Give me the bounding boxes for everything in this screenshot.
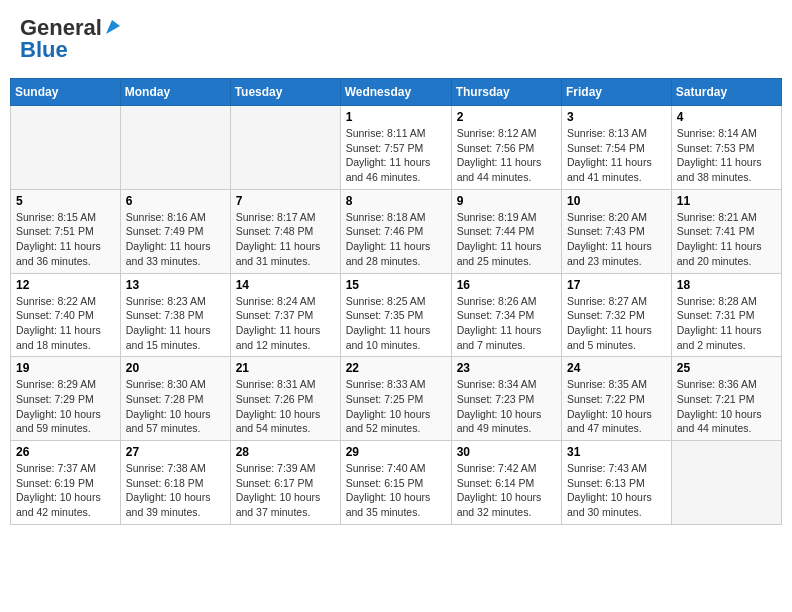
day-number: 8 xyxy=(346,194,446,208)
day-number: 21 xyxy=(236,361,335,375)
day-info: Sunrise: 7:40 AM Sunset: 6:15 PM Dayligh… xyxy=(346,461,446,520)
calendar-cell: 30Sunrise: 7:42 AM Sunset: 6:14 PM Dayli… xyxy=(451,441,561,525)
day-number: 27 xyxy=(126,445,225,459)
day-info: Sunrise: 8:23 AM Sunset: 7:38 PM Dayligh… xyxy=(126,294,225,353)
day-info: Sunrise: 8:21 AM Sunset: 7:41 PM Dayligh… xyxy=(677,210,776,269)
day-info: Sunrise: 8:27 AM Sunset: 7:32 PM Dayligh… xyxy=(567,294,666,353)
day-info: Sunrise: 7:42 AM Sunset: 6:14 PM Dayligh… xyxy=(457,461,556,520)
calendar-cell: 28Sunrise: 7:39 AM Sunset: 6:17 PM Dayli… xyxy=(230,441,340,525)
calendar-table: SundayMondayTuesdayWednesdayThursdayFrid… xyxy=(10,78,782,525)
day-info: Sunrise: 8:29 AM Sunset: 7:29 PM Dayligh… xyxy=(16,377,115,436)
day-info: Sunrise: 8:20 AM Sunset: 7:43 PM Dayligh… xyxy=(567,210,666,269)
day-info: Sunrise: 8:13 AM Sunset: 7:54 PM Dayligh… xyxy=(567,126,666,185)
logo-blue: Blue xyxy=(20,37,68,63)
day-info: Sunrise: 8:30 AM Sunset: 7:28 PM Dayligh… xyxy=(126,377,225,436)
weekday-header-friday: Friday xyxy=(562,79,672,106)
day-info: Sunrise: 8:34 AM Sunset: 7:23 PM Dayligh… xyxy=(457,377,556,436)
day-number: 16 xyxy=(457,278,556,292)
weekday-header-thursday: Thursday xyxy=(451,79,561,106)
day-number: 29 xyxy=(346,445,446,459)
calendar-cell: 3Sunrise: 8:13 AM Sunset: 7:54 PM Daylig… xyxy=(562,106,672,190)
weekday-header-sunday: Sunday xyxy=(11,79,121,106)
calendar-cell: 15Sunrise: 8:25 AM Sunset: 7:35 PM Dayli… xyxy=(340,273,451,357)
svg-marker-0 xyxy=(106,20,120,34)
calendar-cell: 23Sunrise: 8:34 AM Sunset: 7:23 PM Dayli… xyxy=(451,357,561,441)
day-info: Sunrise: 7:37 AM Sunset: 6:19 PM Dayligh… xyxy=(16,461,115,520)
day-number: 18 xyxy=(677,278,776,292)
day-info: Sunrise: 8:36 AM Sunset: 7:21 PM Dayligh… xyxy=(677,377,776,436)
day-number: 7 xyxy=(236,194,335,208)
day-info: Sunrise: 8:26 AM Sunset: 7:34 PM Dayligh… xyxy=(457,294,556,353)
calendar-cell: 14Sunrise: 8:24 AM Sunset: 7:37 PM Dayli… xyxy=(230,273,340,357)
day-number: 13 xyxy=(126,278,225,292)
calendar-cell xyxy=(230,106,340,190)
day-info: Sunrise: 8:12 AM Sunset: 7:56 PM Dayligh… xyxy=(457,126,556,185)
day-number: 9 xyxy=(457,194,556,208)
day-number: 2 xyxy=(457,110,556,124)
calendar-cell: 9Sunrise: 8:19 AM Sunset: 7:44 PM Daylig… xyxy=(451,189,561,273)
calendar-cell: 11Sunrise: 8:21 AM Sunset: 7:41 PM Dayli… xyxy=(671,189,781,273)
calendar-week-4: 19Sunrise: 8:29 AM Sunset: 7:29 PM Dayli… xyxy=(11,357,782,441)
logo-arrow-icon xyxy=(104,18,122,40)
calendar-cell: 18Sunrise: 8:28 AM Sunset: 7:31 PM Dayli… xyxy=(671,273,781,357)
calendar-cell: 26Sunrise: 7:37 AM Sunset: 6:19 PM Dayli… xyxy=(11,441,121,525)
day-number: 24 xyxy=(567,361,666,375)
page-header: General Blue xyxy=(10,10,782,68)
calendar-cell xyxy=(671,441,781,525)
weekday-header-monday: Monday xyxy=(120,79,230,106)
calendar-cell: 7Sunrise: 8:17 AM Sunset: 7:48 PM Daylig… xyxy=(230,189,340,273)
day-info: Sunrise: 8:11 AM Sunset: 7:57 PM Dayligh… xyxy=(346,126,446,185)
weekday-header-tuesday: Tuesday xyxy=(230,79,340,106)
calendar-cell: 25Sunrise: 8:36 AM Sunset: 7:21 PM Dayli… xyxy=(671,357,781,441)
calendar-cell: 20Sunrise: 8:30 AM Sunset: 7:28 PM Dayli… xyxy=(120,357,230,441)
day-info: Sunrise: 8:15 AM Sunset: 7:51 PM Dayligh… xyxy=(16,210,115,269)
calendar-week-5: 26Sunrise: 7:37 AM Sunset: 6:19 PM Dayli… xyxy=(11,441,782,525)
weekday-header-wednesday: Wednesday xyxy=(340,79,451,106)
calendar-cell: 24Sunrise: 8:35 AM Sunset: 7:22 PM Dayli… xyxy=(562,357,672,441)
day-number: 6 xyxy=(126,194,225,208)
day-number: 20 xyxy=(126,361,225,375)
day-info: Sunrise: 8:14 AM Sunset: 7:53 PM Dayligh… xyxy=(677,126,776,185)
day-info: Sunrise: 7:38 AM Sunset: 6:18 PM Dayligh… xyxy=(126,461,225,520)
calendar-cell: 1Sunrise: 8:11 AM Sunset: 7:57 PM Daylig… xyxy=(340,106,451,190)
day-info: Sunrise: 8:33 AM Sunset: 7:25 PM Dayligh… xyxy=(346,377,446,436)
day-number: 12 xyxy=(16,278,115,292)
calendar-cell: 12Sunrise: 8:22 AM Sunset: 7:40 PM Dayli… xyxy=(11,273,121,357)
day-info: Sunrise: 8:16 AM Sunset: 7:49 PM Dayligh… xyxy=(126,210,225,269)
day-info: Sunrise: 8:25 AM Sunset: 7:35 PM Dayligh… xyxy=(346,294,446,353)
day-number: 23 xyxy=(457,361,556,375)
day-number: 3 xyxy=(567,110,666,124)
calendar-cell: 4Sunrise: 8:14 AM Sunset: 7:53 PM Daylig… xyxy=(671,106,781,190)
calendar-cell: 6Sunrise: 8:16 AM Sunset: 7:49 PM Daylig… xyxy=(120,189,230,273)
calendar-cell xyxy=(11,106,121,190)
calendar-cell: 27Sunrise: 7:38 AM Sunset: 6:18 PM Dayli… xyxy=(120,441,230,525)
day-number: 22 xyxy=(346,361,446,375)
day-info: Sunrise: 7:39 AM Sunset: 6:17 PM Dayligh… xyxy=(236,461,335,520)
calendar-cell: 5Sunrise: 8:15 AM Sunset: 7:51 PM Daylig… xyxy=(11,189,121,273)
calendar-cell xyxy=(120,106,230,190)
day-number: 15 xyxy=(346,278,446,292)
calendar-cell: 8Sunrise: 8:18 AM Sunset: 7:46 PM Daylig… xyxy=(340,189,451,273)
day-info: Sunrise: 8:24 AM Sunset: 7:37 PM Dayligh… xyxy=(236,294,335,353)
day-number: 30 xyxy=(457,445,556,459)
day-number: 19 xyxy=(16,361,115,375)
calendar-cell: 22Sunrise: 8:33 AM Sunset: 7:25 PM Dayli… xyxy=(340,357,451,441)
logo: General Blue xyxy=(20,15,122,63)
day-number: 1 xyxy=(346,110,446,124)
calendar-cell: 17Sunrise: 8:27 AM Sunset: 7:32 PM Dayli… xyxy=(562,273,672,357)
calendar-week-3: 12Sunrise: 8:22 AM Sunset: 7:40 PM Dayli… xyxy=(11,273,782,357)
day-number: 25 xyxy=(677,361,776,375)
calendar-week-2: 5Sunrise: 8:15 AM Sunset: 7:51 PM Daylig… xyxy=(11,189,782,273)
calendar-cell: 29Sunrise: 7:40 AM Sunset: 6:15 PM Dayli… xyxy=(340,441,451,525)
day-number: 17 xyxy=(567,278,666,292)
day-number: 11 xyxy=(677,194,776,208)
day-info: Sunrise: 8:28 AM Sunset: 7:31 PM Dayligh… xyxy=(677,294,776,353)
calendar-header: SundayMondayTuesdayWednesdayThursdayFrid… xyxy=(11,79,782,106)
calendar-week-1: 1Sunrise: 8:11 AM Sunset: 7:57 PM Daylig… xyxy=(11,106,782,190)
calendar-cell: 19Sunrise: 8:29 AM Sunset: 7:29 PM Dayli… xyxy=(11,357,121,441)
weekday-header-saturday: Saturday xyxy=(671,79,781,106)
calendar-cell: 2Sunrise: 8:12 AM Sunset: 7:56 PM Daylig… xyxy=(451,106,561,190)
day-number: 5 xyxy=(16,194,115,208)
day-number: 31 xyxy=(567,445,666,459)
day-info: Sunrise: 8:18 AM Sunset: 7:46 PM Dayligh… xyxy=(346,210,446,269)
